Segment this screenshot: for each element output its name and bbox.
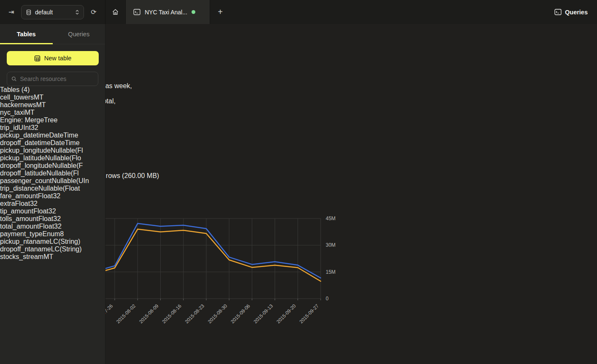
- column-name: trip_id: [0, 124, 19, 131]
- column-type: Float32: [38, 192, 60, 200]
- table-name: hackernews: [0, 101, 36, 108]
- column-type: Nullable(Fl: [51, 147, 83, 154]
- column-row: tolls_amountFloat32: [0, 215, 105, 223]
- collapse-sidebar-icon[interactable]: ⇥: [6, 7, 17, 18]
- sidebar: Tables Queries New table Tables (4) cell…: [0, 24, 105, 364]
- column-row: dropoff_longitudeNullable(F: [0, 162, 105, 170]
- column-row: payment_typeEnum8: [0, 230, 105, 238]
- column-name: pickup_ntaname: [0, 238, 49, 245]
- queries-icon: [554, 9, 562, 15]
- column-name: dropoff_latitude: [0, 170, 46, 177]
- topbar-left: ⇥ default ⟳: [0, 0, 105, 24]
- chevron-updown-icon: [75, 9, 79, 15]
- sidebar-search[interactable]: [7, 72, 98, 86]
- home-button[interactable]: [105, 0, 126, 24]
- column-type: Nullable(F: [52, 162, 83, 169]
- column-name: fare_amount: [0, 192, 38, 200]
- svg-text:2015-08-02: 2015-08-02: [115, 303, 136, 324]
- column-type: Nullable(Float: [38, 185, 80, 192]
- column-row: pickup_ntanameLC(String): [0, 238, 105, 245]
- column-name: payment_type: [0, 230, 43, 237]
- tab-title: NYC Taxi Anal...: [145, 9, 187, 16]
- column-type: Float32: [38, 215, 61, 222]
- svg-text:2015-09-13: 2015-09-13: [253, 303, 274, 324]
- svg-text:30M: 30M: [326, 242, 335, 248]
- table-icon: [34, 55, 41, 62]
- svg-text:2015-09-06: 2015-09-06: [230, 303, 251, 324]
- terminal-icon: [133, 9, 140, 15]
- engine-badge: MT: [43, 253, 53, 260]
- sidebar-search-input[interactable]: [20, 75, 94, 82]
- column-row: extraFloat32: [0, 200, 105, 208]
- column-row: pickup_datetimeDateTime: [0, 132, 105, 139]
- column-type: Nullable(Flo: [45, 154, 81, 162]
- home-icon: [112, 8, 119, 16]
- svg-text:2015-08-09: 2015-08-09: [138, 303, 159, 324]
- svg-text:2015-09-20: 2015-09-20: [276, 303, 297, 324]
- new-table-label: New table: [44, 55, 71, 62]
- column-row: dropoff_ntanameLC(String): [0, 245, 105, 253]
- column-name: pickup_latitude: [0, 154, 45, 162]
- table-name: stocks_stream: [0, 253, 43, 260]
- column-name: passenger_count: [0, 177, 52, 184]
- column-name: extra: [0, 200, 15, 207]
- app-window: ⇥ default ⟳ NYC Taxi Anal... + Queries: [0, 0, 597, 364]
- refresh-icon[interactable]: ⟳: [88, 7, 99, 18]
- topbar-database-selector[interactable]: default: [21, 5, 84, 19]
- top-bar: ⇥ default ⟳ NYC Taxi Anal... + Queries: [0, 0, 597, 24]
- column-name: pickup_longitude: [0, 147, 51, 154]
- column-name: dropoff_datetime: [0, 139, 51, 146]
- column-type: Nullable(UIn: [52, 177, 89, 184]
- column-row: dropoff_latitudeNullable(Fl: [0, 170, 105, 177]
- unsaved-changes-dot: [192, 10, 195, 14]
- table-item-stocks_stream[interactable]: stocks_streamMT: [0, 253, 105, 261]
- column-row: total_amountFloat32: [0, 223, 105, 230]
- column-type: UInt32: [19, 124, 38, 131]
- engine-badge: MT: [25, 109, 35, 116]
- column-row: fare_amountFloat32: [0, 192, 105, 200]
- svg-text:45M: 45M: [326, 216, 335, 221]
- svg-text:2015-09-27: 2015-09-27: [298, 303, 319, 324]
- column-type: LC(String): [49, 238, 80, 245]
- table-item-nyc_taxi[interactable]: nyc_taxiMT: [0, 109, 105, 116]
- topbar-right: Queries: [545, 0, 597, 24]
- new-table-button[interactable]: New table: [7, 51, 99, 65]
- column-name: tip_amount: [0, 208, 33, 215]
- column-type: Float32: [33, 208, 56, 215]
- table-list: cell_towersMThackernewsMTnyc_taxiMTEngin…: [0, 94, 105, 261]
- database-name: default: [35, 9, 72, 16]
- column-row: dropoff_datetimeDateTime: [0, 139, 105, 147]
- column-type: Enum8: [43, 230, 64, 237]
- new-tab-button[interactable]: +: [210, 0, 230, 24]
- database-icon: [26, 9, 32, 15]
- column-name: tolls_amount: [0, 215, 38, 222]
- column-name: total_amount: [0, 223, 39, 230]
- svg-text:2015-08-30: 2015-08-30: [207, 303, 228, 324]
- queries-button[interactable]: Queries: [554, 9, 588, 16]
- table-item-cell_towers[interactable]: cell_towersMT: [0, 94, 105, 101]
- table-name: nyc_taxi: [0, 109, 25, 116]
- sidebar-tab-queries[interactable]: Queries: [53, 24, 105, 44]
- column-type: DateTime: [51, 139, 80, 146]
- column-name: dropoff_ntaname: [0, 245, 51, 253]
- svg-text:15M: 15M: [326, 269, 335, 275]
- tab-nyc-taxi-analytics[interactable]: NYC Taxi Anal...: [126, 0, 210, 24]
- column-row: tip_amountFloat32: [0, 208, 105, 215]
- column-type: Nullable(Fl: [46, 170, 78, 177]
- column-type: LC(String): [51, 245, 82, 253]
- column-name: dropoff_longitude: [0, 162, 52, 169]
- column-type: Float32: [15, 200, 38, 207]
- engine-badge: MT: [34, 94, 43, 101]
- tables-section-label: Tables (4): [0, 86, 105, 94]
- svg-text:2015-08-23: 2015-08-23: [184, 303, 205, 324]
- svg-text:0: 0: [326, 296, 329, 302]
- column-type: DateTime: [49, 132, 78, 139]
- sidebar-tabs: Tables Queries: [0, 24, 105, 44]
- column-row: pickup_latitudeNullable(Flo: [0, 154, 105, 162]
- column-row: passenger_countNullable(UIn: [0, 177, 105, 185]
- table-item-hackernews[interactable]: hackernewsMT: [0, 101, 105, 109]
- column-row: pickup_longitudeNullable(Fl: [0, 147, 105, 154]
- column-type: Float32: [39, 223, 62, 230]
- sidebar-tab-tables[interactable]: Tables: [0, 24, 53, 44]
- column-list: trip_idUInt32pickup_datetimeDateTimedrop…: [0, 124, 105, 253]
